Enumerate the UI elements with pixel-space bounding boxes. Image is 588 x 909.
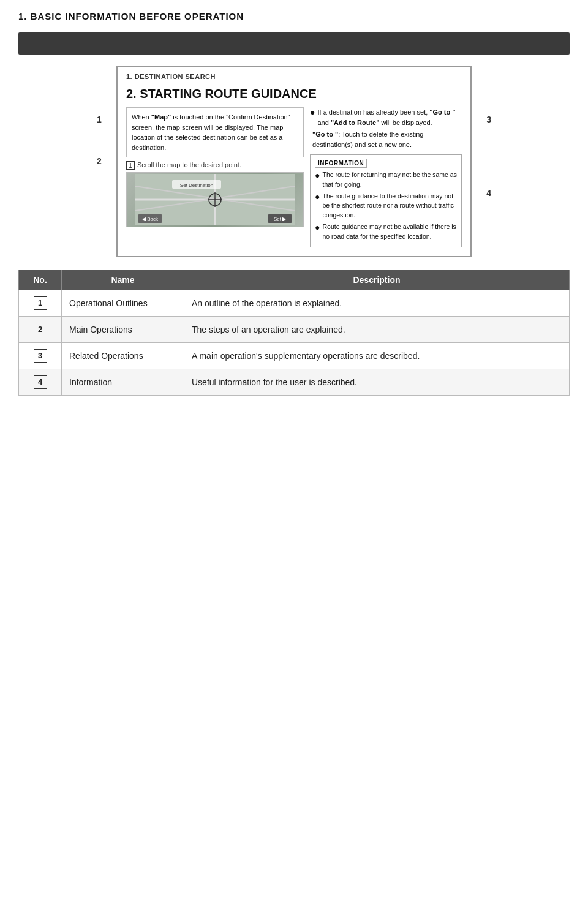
screenshot-main-title: 2. STARTING ROUTE GUIDANCE	[126, 87, 462, 101]
info-table: No. Name Description 1 Operational Outli…	[18, 270, 570, 396]
svg-text:◀ Back: ◀ Back	[142, 216, 159, 222]
num-box-3: 3	[34, 349, 47, 363]
screenshot-inner-title: 1. DESTINATION SEARCH	[126, 73, 462, 83]
step-text: Scroll the map to the desired point.	[137, 161, 241, 168]
col-header-no: No.	[19, 270, 62, 290]
sc-map-area: Set Destination ◀ Back Set ▶	[126, 172, 304, 227]
map-placeholder: Set Destination ◀ Back Set ▶	[127, 173, 303, 227]
num-box-2: 2	[34, 323, 47, 336]
callout-4: 4	[486, 188, 491, 198]
row1-name: Operational Outlines	[62, 290, 184, 317]
sc-right: ● If a destination has already been set,…	[310, 107, 462, 247]
screenshot-outer: 1 2 3 4 1. DESTINATION SEARCH 2. STARTIN…	[110, 66, 478, 257]
map-text: When "Map" is touched on the "Confirm De…	[132, 113, 290, 151]
table-head: No. Name Description	[19, 270, 570, 290]
row2-no: 2	[19, 317, 62, 343]
row3-name: Related Operations	[62, 343, 184, 369]
info-bullet-2: ● The route guidance to the destination …	[315, 192, 457, 221]
row3-desc: A main operation's supplementary operati…	[184, 343, 570, 369]
sc-right-bullets: ● If a destination has already been set,…	[310, 107, 462, 149]
callout-1: 1	[97, 115, 102, 124]
bullet-text-2: "Go to ": Touch to delete the existing d…	[312, 129, 462, 149]
info-dot-3: ●	[315, 222, 320, 233]
page-title: 1. BASIC INFORMATION BEFORE OPERATION	[18, 11, 570, 21]
info-bullet-1: ● The route for returning may not be the…	[315, 170, 457, 190]
info-text-1: The route for returning may not be the s…	[322, 170, 457, 190]
info-text-2: The route guidance to the destination ma…	[322, 192, 457, 221]
table-row: 4 Information Useful information for the…	[19, 369, 570, 396]
sc-left: When "Map" is touched on the "Confirm De…	[126, 107, 304, 247]
page-wrapper: 1. BASIC INFORMATION BEFORE OPERATION 1 …	[0, 0, 588, 420]
sc-info-box: INFORMATION ● The route for returning ma…	[310, 154, 462, 247]
svg-text:Set ▶: Set ▶	[274, 216, 287, 222]
sc-bullet-1: ● If a destination has already been set,…	[310, 107, 462, 127]
row1-no: 1	[19, 290, 62, 317]
sc-left-text-box: When "Map" is touched on the "Confirm De…	[126, 107, 304, 157]
info-bullet-3: ● Route guidance may not be available if…	[315, 222, 457, 242]
callout-3: 3	[486, 115, 491, 124]
row4-name: Information	[62, 369, 184, 396]
sc-map-step: 1 Scroll the map to the desired point.	[126, 161, 304, 170]
row1-desc: An outline of the operation is explained…	[184, 290, 570, 317]
step-number: 1	[126, 161, 135, 170]
screenshot-container: 1. DESTINATION SEARCH 2. STARTING ROUTE …	[116, 66, 472, 257]
row3-no: 3	[19, 343, 62, 369]
info-dot-1: ●	[315, 170, 320, 181]
row4-desc: Useful information for the user is descr…	[184, 369, 570, 396]
svg-text:Set Destination: Set Destination	[180, 183, 213, 188]
bullet-text-1: If a destination has already been set, "…	[317, 107, 462, 127]
col-header-name: Name	[62, 270, 184, 290]
callout-2: 2	[97, 156, 102, 166]
bullet-dot-1: ●	[310, 107, 315, 118]
sc-info-bullets: ● The route for returning may not be the…	[315, 170, 457, 241]
info-dot-2: ●	[315, 192, 320, 202]
table-body: 1 Operational Outlines An outline of the…	[19, 290, 570, 396]
section-banner	[18, 32, 570, 55]
map-svg: Set Destination ◀ Back Set ▶	[135, 174, 295, 225]
screenshot-content: When "Map" is touched on the "Confirm De…	[126, 107, 462, 247]
num-box-1: 1	[34, 296, 47, 310]
table-row: 3 Related Operations A main operation's …	[19, 343, 570, 369]
sc-bullet-2: "Go to ": Touch to delete the existing d…	[310, 129, 462, 149]
info-label: INFORMATION	[315, 159, 367, 168]
row2-desc: The steps of an operation are explained.	[184, 317, 570, 343]
table-header-row: No. Name Description	[19, 270, 570, 290]
table-row: 1 Operational Outlines An outline of the…	[19, 290, 570, 317]
info-text-3: Route guidance may not be available if t…	[322, 222, 457, 242]
table-row: 2 Main Operations The steps of an operat…	[19, 317, 570, 343]
row4-no: 4	[19, 369, 62, 396]
num-box-4: 4	[34, 375, 47, 389]
row2-name: Main Operations	[62, 317, 184, 343]
col-header-desc: Description	[184, 270, 570, 290]
